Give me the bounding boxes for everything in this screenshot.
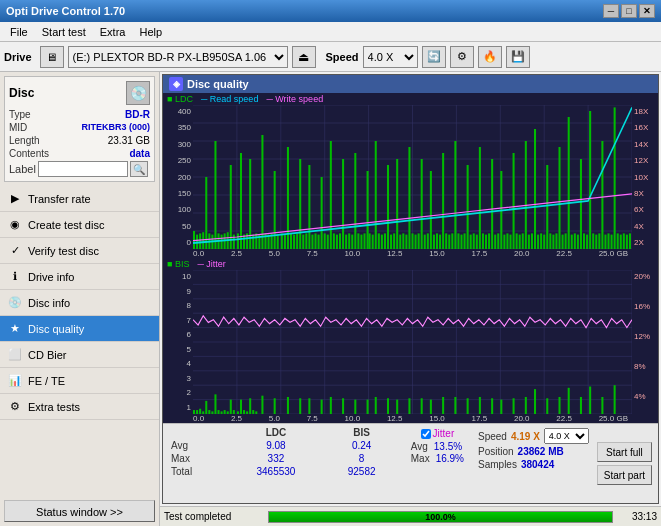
sidebar-item-disc-info[interactable]: 💿 Disc info [0,290,159,316]
start-part-button[interactable]: Start part [597,465,652,485]
sidebar-item-label-fe-te: FE / TE [28,375,65,387]
chart1-svg [193,105,632,249]
disc-label-input[interactable] [38,161,128,177]
sidebar-item-disc-quality[interactable]: ★ Disc quality [0,316,159,342]
eject-button[interactable]: ⏏ [292,46,316,68]
dq-title: Disc quality [187,78,249,90]
svg-rect-104 [454,141,456,249]
svg-rect-219 [430,400,432,414]
menu-extra[interactable]: Extra [94,24,132,40]
drive-icon-btn[interactable]: 🖥 [40,46,64,68]
svg-rect-53 [299,159,301,249]
svg-rect-183 [193,410,195,414]
svg-rect-99 [439,235,441,249]
svg-rect-26 [214,141,216,249]
burn-button[interactable]: 🔥 [478,46,502,68]
svg-rect-187 [205,401,207,414]
menu-file[interactable]: File [4,24,34,40]
sidebar-item-label-cd-bier: CD Bier [28,349,67,361]
svg-rect-184 [196,410,198,414]
sidebar-item-transfer-rate[interactable]: ▶ Transfer rate [0,186,159,212]
svg-rect-34 [240,153,242,249]
svg-rect-145 [580,159,582,249]
svg-rect-122 [509,235,511,249]
position-row: Position 23862 MB [478,446,589,457]
drive-select[interactable]: (E:) PLEXTOR BD-R PX-LB950SA 1.06 [68,46,288,68]
svg-rect-137 [555,233,557,249]
sidebar-item-label-disc-quality: Disc quality [28,323,84,335]
svg-rect-232 [580,397,582,414]
col-ldc: LDC [227,426,324,439]
status-window-button[interactable]: Status window >> [4,500,155,522]
chart2-x-axis: 0.02.55.07.510.012.515.017.520.022.525.0… [163,414,658,423]
close-button[interactable]: ✕ [639,4,655,18]
svg-rect-203 [255,411,257,414]
svg-rect-94 [424,235,426,249]
chart1-legend: ■ LDC ─ Read speed ─ Write speed [163,93,658,105]
svg-rect-218 [421,398,423,414]
jitter-max-val: 16.9% [436,453,464,464]
refresh-button[interactable]: 🔄 [422,46,446,68]
svg-rect-69 [348,233,350,249]
svg-rect-76 [369,233,371,249]
maximize-button[interactable]: □ [621,4,637,18]
progress-text: 100.0% [269,512,612,522]
legend-bis: ■ BIS [167,259,189,269]
sidebar-item-verify-test[interactable]: ✓ Verify test disc [0,238,159,264]
stats-max-label: Max [167,452,227,465]
disc-info-header: Disc 💿 [9,81,150,105]
speed-select-2[interactable]: 4.0 X [544,428,589,444]
sidebar-item-drive-info[interactable]: ℹ Drive info [0,264,159,290]
minimize-button[interactable]: ─ [603,4,619,18]
sidebar-item-fe-te[interactable]: 📊 FE / TE [0,368,159,394]
svg-rect-45 [274,171,276,249]
svg-rect-21 [199,233,201,249]
chart1-y-axis-left: 400350300250200150100500 [163,105,193,249]
svg-rect-228 [534,389,536,414]
svg-rect-74 [363,233,365,249]
settings-button[interactable]: ⚙ [450,46,474,68]
sidebar-item-create-test[interactable]: ◉ Create test disc [0,212,159,238]
svg-rect-86 [399,235,401,249]
svg-rect-28 [221,235,223,249]
speed-select[interactable]: 4.0 X [363,46,418,68]
disc-info-nav-icon: 💿 [8,296,22,310]
bottom-bar: Test completed 100.0% 33:13 [160,506,661,526]
time-text: 33:13 [617,511,657,522]
cd-bier-icon: ⬜ [8,348,22,362]
menu-bar: File Start test Extra Help [0,22,661,42]
svg-rect-189 [211,411,213,414]
chart2-y-axis-left: 10987654321 [163,270,193,414]
disc-label-row: Label 🔍 [9,161,150,177]
svg-rect-140 [565,233,567,249]
status-text: Test completed [164,511,264,522]
svg-rect-131 [537,235,539,249]
svg-rect-226 [513,398,515,414]
svg-rect-114 [485,235,487,249]
svg-rect-73 [360,235,362,249]
svg-rect-191 [218,410,220,414]
jitter-max-label: Max [411,453,430,464]
svg-rect-88 [405,235,407,249]
menu-help[interactable]: Help [133,24,168,40]
disc-length-val: 23.31 GB [108,135,150,146]
disc-label-search-btn[interactable]: 🔍 [130,161,148,177]
sidebar-item-cd-bier[interactable]: ⬜ CD Bier [0,342,159,368]
start-full-button[interactable]: Start full [597,442,652,462]
svg-rect-120 [503,235,505,249]
menu-starttest[interactable]: Start test [36,24,92,40]
jitter-values: Avg 13.5% Max 16.9% [411,441,464,465]
svg-rect-75 [367,171,369,249]
jitter-checkbox[interactable] [421,429,431,439]
save-button[interactable]: 💾 [506,46,530,68]
svg-rect-123 [513,153,515,249]
sidebar-item-extra-tests[interactable]: ⚙ Extra tests [0,394,159,420]
svg-rect-155 [611,235,613,249]
svg-rect-78 [375,141,377,249]
svg-rect-206 [287,397,289,414]
svg-rect-234 [601,397,603,414]
svg-rect-54 [302,235,304,249]
disc-contents-key: Contents [9,148,49,159]
disc-contents-val: data [129,148,150,159]
svg-rect-204 [261,396,263,414]
